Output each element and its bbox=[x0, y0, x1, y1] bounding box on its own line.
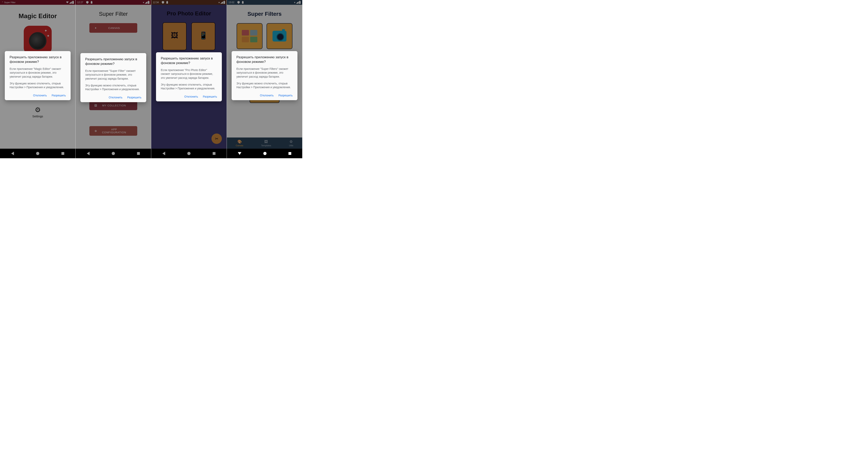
deny-button[interactable]: Отклонить bbox=[33, 94, 47, 97]
deny-button[interactable]: Отклонить bbox=[260, 94, 274, 97]
dialog-body: Если приложение "Magic Editor" сможет за… bbox=[9, 67, 66, 89]
phone-super-filters: 13:02 ▾ Super Filters Open Empty Editor … bbox=[227, 0, 303, 158]
deny-button[interactable]: Отклонить bbox=[184, 95, 198, 98]
allow-button[interactable]: Разрешить bbox=[127, 96, 142, 99]
permission-dialog: Разрешить приложению запуск в фоновом ре… bbox=[81, 53, 146, 102]
deny-button[interactable]: Отклонить bbox=[109, 96, 123, 99]
permission-dialog: Разрешить приложению запуск в фоновом ре… bbox=[231, 51, 298, 100]
system-nav-bar bbox=[227, 149, 302, 158]
home-icon[interactable] bbox=[264, 152, 267, 155]
recent-icon[interactable] bbox=[288, 152, 291, 155]
phone-super-filter: 12:27 ▾ Super Filter ✦CANVAS 🖼MY COLLECT… bbox=[75, 0, 151, 158]
allow-button[interactable]: Разрешить bbox=[203, 95, 217, 98]
allow-button[interactable]: Разрешить bbox=[278, 94, 293, 97]
phone-pro-photo-editor: 12:34 ▾ Pro Photo Editor 🖼 📱 Editor Draf… bbox=[151, 0, 227, 158]
dialog-body: Если приложение "Super Filter" сможет за… bbox=[85, 69, 142, 91]
allow-button[interactable]: Разрешить bbox=[52, 94, 66, 97]
permission-dialog: Разрешить приложению запуск в фоновом ре… bbox=[5, 51, 71, 100]
dialog-body: Если приложение "Pro Photo Editor" сможе… bbox=[161, 68, 217, 91]
dialog-title: Разрешить приложению запуск в фоновом ре… bbox=[9, 55, 66, 64]
dialog-body: Если приложение "Super Filters" сможет з… bbox=[237, 67, 293, 89]
dialog-title: Разрешить приложению запуск в фоновом ре… bbox=[237, 55, 293, 64]
phone-magic-editor: ⌃ Super Filter ▾ Magic Editor ✦ ✦ OpenGa… bbox=[0, 0, 75, 158]
dialog-title: Разрешить приложению запуск в фоновом ре… bbox=[85, 57, 142, 66]
dialog-title: Разрешить приложению запуск в фоновом ре… bbox=[161, 56, 217, 65]
permission-dialog: Разрешить приложению запуск в фоновом ре… bbox=[156, 52, 222, 101]
back-down-icon[interactable] bbox=[238, 152, 241, 155]
